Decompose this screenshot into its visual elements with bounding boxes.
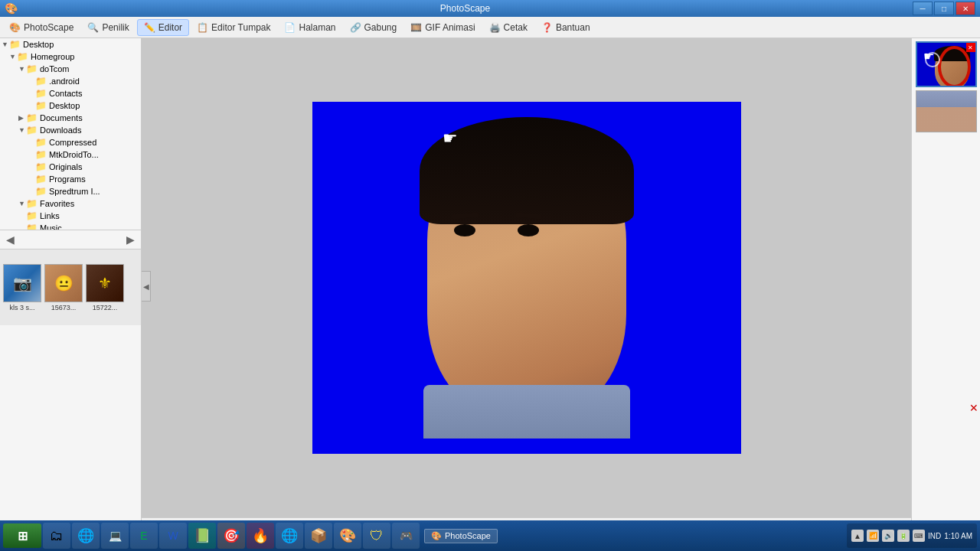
left-panel: ▼ 📁 Desktop ▼ 📁 Homegroup ▼ 📁 doTcom 📁 .… [0,38,142,534]
tree-label: Documents [40,113,83,122]
taskbar: ⊞ 🗂 🌐 💻 E W 📗 🎯 🔥 🌐 📦 🎨 🛡 🎮 🎨 PhotoScape… [0,520,980,551]
folder-icon: 📁 [26,112,38,123]
editor-icon: ✏️ [144,22,155,33]
tree-label: .android [49,77,80,86]
thumbnail-item-0[interactable]: 📷 kls 3 s... [3,264,41,311]
panel-collapse-handle[interactable]: ◀ [142,271,151,302]
tree-item-mtkdroid[interactable]: 📁 MtkDroidTo... [0,148,141,161]
tray-icon-keyboard[interactable]: ⌨ [913,530,925,542]
tree-label: Programs [49,174,86,184]
menu-item-photoscape[interactable]: 🎨 PhotoScape [3,20,80,35]
tree-arrow: ▼ [9,53,17,60]
tree-item-contacts[interactable]: 📁 Contacts [0,87,141,99]
menu-item-bantuan[interactable]: ❓ Bantuan [535,20,596,35]
tree-item-homegroup[interactable]: ▼ 📁 Homegroup [0,51,141,63]
thumbnail-item-1[interactable]: 😐 15673... [44,264,83,311]
preview-thumb-main[interactable]: ☛ ✕ [916,41,977,87]
tray-icon-3[interactable]: 🔊 [882,530,894,542]
taskbar-red-icon[interactable]: 🔥 [247,523,274,549]
taskbar-chrome-icon[interactable]: 🌐 [276,523,303,549]
tree-item-desktop2[interactable]: 📁 Desktop [0,99,141,112]
taskbar-explorer-icon[interactable]: 💻 [101,523,129,549]
thumbnail-item-2[interactable]: ⚜ 15722... [86,264,124,311]
folder-icon: 📁 [35,88,47,99]
gif-icon: 🎞️ [410,22,422,33]
minimize-button[interactable]: ─ [913,2,933,15]
menu-item-penilik[interactable]: 🔍 Penilik [81,20,135,35]
folder-icon: 📁 [35,149,47,160]
cursor: ☛ [443,129,458,148]
tree-item-desktop[interactable]: ▼ 📁 Desktop [0,38,141,51]
taskbar-ie-icon[interactable]: 🌐 [72,523,100,549]
taskbar-excel-icon[interactable]: E [130,523,158,549]
tray-icon-2[interactable]: 📶 [867,530,879,542]
tray-icon-1[interactable]: ▲ [851,530,864,542]
menu-item-gabung[interactable]: 🔗 Gabung [344,20,403,35]
app-icon: 🎨 [5,2,18,15]
tree-arrow: ▶ [18,114,26,122]
system-tray: ▲ 📶 🔊 🔋 ⌨ IND 1:10 AM [847,523,977,548]
tree-nav: ◀ ▶ [0,230,141,249]
close-button[interactable]: ✕ [956,2,975,15]
tree-arrow: ▼ [18,65,26,73]
tree-label: doTcom [40,64,70,73]
thumbnail-label-1: 15673... [51,304,77,311]
tree-item-dotcom[interactable]: ▼ 📁 doTcom [0,63,141,75]
taskbar-folder-icon[interactable]: 🗂 [43,523,70,549]
menu-label-halaman: Halaman [299,22,335,33]
nav-right-arrow[interactable]: ▶ [123,232,138,247]
folder-icon: 📁 [35,161,47,172]
tree-item-android[interactable]: 📁 .android [0,75,141,87]
menu-label-gabung: Gabung [364,22,397,33]
folder-icon: 📁 [17,51,28,62]
canvas-area: ☛ [142,38,911,517]
menu-label-gif: GIF Animasi [425,22,475,33]
tree-item-favorites[interactable]: ▼ 📁 Favorites [0,197,141,210]
thumbnail-label-0: kls 3 s... [9,304,34,311]
taskbar-orange-icon[interactable]: 🎯 [217,523,245,549]
right-panel: ☛ ✕ ✕ [911,38,980,534]
maximize-button[interactable]: □ [934,2,954,15]
nav-left-arrow[interactable]: ◀ [3,232,18,247]
tree-item-compressed[interactable]: 📁 Compressed [0,136,141,148]
tree-arrow: ▼ [2,41,9,48]
taskbar-green-icon[interactable]: 📗 [188,523,216,549]
window-controls: ─ □ ✕ [913,2,975,15]
tree-label: Links [40,211,60,220]
tree-label: Favorites [40,199,74,208]
tree-item-documents[interactable]: ▶ 📁 Documents [0,112,141,124]
folder-icon: 📁 [35,186,47,197]
folder-icon: 📁 [26,125,38,135]
right-panel-close[interactable]: ✕ [969,402,978,414]
system-clock: 1:10 AM [944,532,972,540]
menu-item-editor-tumpak[interactable]: 📋 Editor Tumpak [191,20,276,35]
taskbar-app2-icon[interactable]: 🎨 [334,523,361,549]
active-window-taskbar[interactable]: 🎨 PhotoScape [424,529,498,543]
taskbar-app4-icon[interactable]: 🎮 [392,523,420,549]
active-window-icon: 🎨 [431,531,442,541]
tree-item-spredtrum[interactable]: 📁 Spredtrum I... [0,185,141,197]
menu-item-editor[interactable]: ✏️ Editor [137,19,189,36]
tree-item-originals[interactable]: 📁 Originals [0,161,141,173]
preview-thumb-small[interactable] [916,90,977,132]
preview-close-icon[interactable]: ✕ [966,43,975,52]
tree-label: Originals [49,162,82,171]
tree-item-programs[interactable]: 📁 Programs [0,173,141,185]
photo-background: ☛ [312,102,741,454]
menu-item-cetak[interactable]: 🖨️ Cetak [483,20,534,35]
penilik-icon: 🔍 [87,22,99,33]
start-button[interactable]: ⊞ [3,523,41,548]
taskbar-word-icon[interactable]: W [159,523,187,549]
menu-bar: 🎨 PhotoScape 🔍 Penilik ✏️ Editor 📋 Edito… [0,17,980,38]
tree-item-music[interactable]: 📁 Music [0,222,141,230]
tree-label: Music [40,223,62,230]
clock-time: 1:10 AM [944,532,972,540]
taskbar-app3-icon[interactable]: 🛡 [363,523,390,549]
menu-item-gif[interactable]: 🎞️ GIF Animasi [404,20,481,35]
folder-icon: 📁 [35,137,47,148]
menu-item-halaman[interactable]: 📄 Halaman [278,20,341,35]
tree-item-links[interactable]: 📁 Links [0,210,141,222]
tree-item-downloads[interactable]: ▼ 📁 Downloads [0,124,141,136]
taskbar-blue-icon[interactable]: 📦 [305,523,332,549]
tray-icon-4[interactable]: 🔋 [897,530,910,542]
